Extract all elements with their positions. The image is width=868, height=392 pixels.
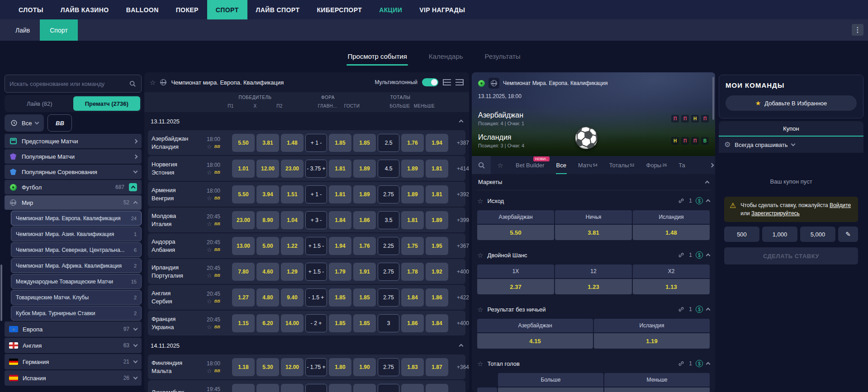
odds-over[interactable]: 1.83 [401,358,424,376]
sidebar-item-4[interactable]: Мир52 [5,195,142,210]
event-row[interactable]: МолдоваИталия 20:45 ☆ BB 23.008.901.04 +… [148,208,465,232]
favorite-star-icon[interactable]: ☆ [207,247,212,253]
favorite-star-icon[interactable]: ☆ [477,198,483,204]
odds-x[interactable]: 8.90 [256,211,279,229]
market-odd-button[interactable]: 1.13 [633,279,710,294]
favorite-star-icon[interactable]: ☆ [207,324,212,330]
match-teams[interactable]: ФранцияУкраина [152,316,205,331]
event-row[interactable]: ИрландияПортугалия 20:45 ☆ BB 7.804.601.… [148,259,465,284]
odds-p1[interactable]: 5.50 [232,185,255,203]
odds-handicap-home[interactable] [329,384,351,392]
event-row[interactable]: НорвегияЭстония 18:00 ☆ BB 1.0112.0023.0… [148,156,465,181]
tabs-scroll-right-icon[interactable] [710,163,714,167]
market-tab-3[interactable]: Тоталы52 [603,156,640,174]
odds-handicap-away[interactable]: 1.89 [353,160,376,178]
topnav-item-5[interactable]: ЛАЙВ СПОРТ [247,0,308,19]
market-odd-button[interactable]: 4.15 [477,333,593,349]
mode-tab-1[interactable]: Прематч (2736) [73,96,141,111]
odds-handicap-away[interactable]: 1.89 [353,185,376,203]
odds-handicap-away[interactable]: 1.90 [353,358,376,376]
odds-handicap-away[interactable]: 1.85 [353,314,376,332]
odds-p2[interactable]: 1.22 [281,237,304,255]
subnav-item-0[interactable]: Лайв [5,19,40,41]
odds-over[interactable]: 1.78 [401,263,424,281]
market-tab-4[interactable]: Форы26 [640,156,673,174]
odds-p2[interactable]: 14.00 [281,314,304,332]
market-odd-button[interactable]: 2.37 [477,279,554,294]
market-odd-button[interactable]: 1.23 [555,279,632,294]
odds-p2[interactable]: 12.00 [281,358,304,376]
topnav-item-4[interactable]: СПОРТ [207,0,247,19]
favorite-star-icon[interactable]: ☆ [477,252,483,259]
market-favorites-button[interactable]: ☆ [491,156,510,174]
odds-over[interactable]: 1.84 [401,288,424,307]
odds-x[interactable]: 3.81 [256,134,279,152]
topnav-item-3[interactable]: ПОКЕР [167,0,207,19]
event-row[interactable]: ФинляндияМальта 18:00 ☆ BB 1.185.3012.00… [148,354,465,379]
odds-p2[interactable]: 1.29 [281,263,304,281]
match-teams[interactable]: ФинляндияМальта [152,359,205,374]
odds-handicap-home[interactable]: 1.81 [329,160,351,178]
stake-preset-1[interactable]: 1,000 [762,227,797,242]
event-row[interactable]: АндорраАлбания 20:45 ☆ BB 13.005.001.22 … [148,233,465,258]
odds-p1[interactable]: 5.50 [232,134,255,152]
match-teams[interactable]: МолдоваИталия [152,213,205,227]
odds-over[interactable]: 1.89 [401,160,424,178]
competition-item-2[interactable]: Чемпионат Мира. Северная, Центральна...6 [11,242,142,257]
country-item-2[interactable]: Германия21 [5,354,142,369]
market-odd-button[interactable]: 1.19 [594,333,710,349]
odds-x[interactable]: 12.00 [256,160,279,178]
favorite-star-icon[interactable]: ☆ [207,221,212,227]
topnav-item-0[interactable]: СЛОТЫ [10,0,52,19]
country-item-3[interactable]: Испания26 [5,370,142,386]
odds-handicap-home[interactable]: 1.80 [329,358,351,376]
event-row[interactable]: АзербайджанИсландия 18:00 ☆ BB 5.503.811… [148,130,465,155]
market-tab-5[interactable]: Та [673,156,691,174]
list-layout-icon[interactable] [443,79,451,85]
competition-item-4[interactable]: Международные Товарищеские Матчи15 [11,274,142,289]
stake-preset-0[interactable]: 500 [724,227,759,242]
link-icon[interactable] [677,359,685,368]
odds-p1[interactable]: 1.18 [232,358,255,376]
odds-under[interactable]: 1.81 [426,185,448,203]
edit-stake-button[interactable]: ✎ [838,227,858,242]
market-odd-button[interactable]: 3.81 [555,225,632,240]
odds-under[interactable]: 1.92 [426,263,448,281]
odds-p1[interactable]: 1.15 [232,314,255,332]
event-row[interactable]: АнглияСербия 20:45 ☆ BB 1.274.809.40 - 1… [148,285,465,310]
odds-x[interactable]: 3.94 [256,185,279,203]
dollar-icon[interactable]: $ [696,197,703,204]
market-odd-button[interactable]: 5.50 [477,225,554,240]
chevron-up-icon[interactable] [706,199,711,204]
odds-under[interactable]: 1.95 [426,237,448,255]
odds-handicap-home[interactable]: 1.84 [329,211,351,229]
dollar-icon[interactable]: $ [696,306,703,313]
country-item-1[interactable]: Англия63 [5,338,142,353]
competition-item-3[interactable]: Чемпионат Мира. Африка. Квалификация2 [11,258,142,273]
login-link[interactable]: Войдите [830,202,851,208]
odds-under[interactable]: 1.87 [426,358,448,376]
favorite-star-icon[interactable]: ☆ [207,195,212,201]
market-odd-button[interactable]: 8.70 [604,387,710,392]
topnav-item-1[interactable]: ЛАЙВ КАЗИНО [52,0,118,19]
odds-p1[interactable]: 7.80 [232,263,255,281]
detail-scrollbar[interactable] [712,77,714,120]
odds-handicap-home[interactable]: 1.85 [329,288,351,307]
view-tab-0[interactable]: Просмотр события [346,48,408,66]
competition-item-0[interactable]: Чемпионат Мира. Европа. Квалификация24 [11,211,142,226]
odds-p2[interactable]: 23.00 [281,160,304,178]
odds-over[interactable]: 1.86 [401,314,424,332]
odds-handicap-home[interactable]: 1.79 [329,263,351,281]
competition-item-1[interactable]: Чемпионат Мира. Азия. Квалификация1 [11,227,142,241]
odds-handicap-away[interactable]: 1.85 [353,288,376,307]
chevron-up-icon[interactable] [706,362,711,367]
sidebar-scrollbar[interactable] [0,264,2,321]
odds-over[interactable]: 1.75 [401,237,424,255]
market-tab-0[interactable]: Bet BuilderНОВИ.. [510,156,550,174]
market-tab-2[interactable]: Матч54 [572,156,603,174]
event-row[interactable]: ФранцияУкраина 20:45 ☆ BB 1.156.2014.00 … [148,311,465,335]
market-odd-button[interactable]: 1.035 [498,387,603,392]
odds-p1[interactable] [232,384,255,392]
market-search-button[interactable] [472,156,491,174]
odds-under[interactable] [426,384,448,392]
